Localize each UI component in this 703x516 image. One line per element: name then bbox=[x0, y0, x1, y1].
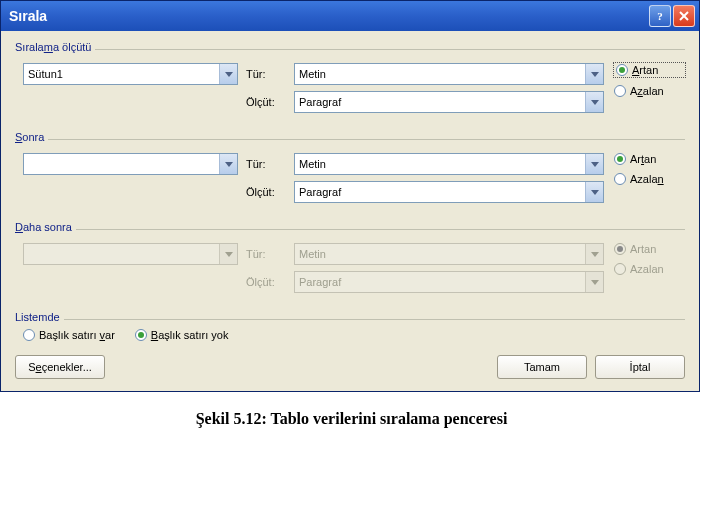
thenmore-column-combo bbox=[23, 243, 238, 265]
chevron-down-icon bbox=[585, 92, 603, 112]
then-desc-radio[interactable]: Azalan bbox=[614, 173, 685, 185]
criteria-measure-label: Ölçüt: bbox=[246, 96, 294, 108]
thenmore-type-value: Metin bbox=[299, 248, 585, 260]
criteria-asc-radio[interactable]: Artan bbox=[614, 63, 685, 77]
options-button-label: Seçenekler... bbox=[28, 361, 92, 373]
cancel-button-label: İptal bbox=[630, 361, 651, 373]
criteria-type-value: Metin bbox=[299, 68, 585, 80]
then-type-label: Tür: bbox=[246, 158, 294, 170]
then-asc-radio[interactable]: Artan bbox=[614, 153, 685, 165]
then-measure-value: Paragraf bbox=[299, 186, 585, 198]
button-row: Seçenekler... Tamam İptal bbox=[15, 355, 685, 379]
criteria-desc-label: Azalan bbox=[630, 85, 664, 97]
then-desc-label: Azalan bbox=[630, 173, 664, 185]
legend-then: Sonra bbox=[15, 131, 48, 143]
then-column-combo[interactable] bbox=[23, 153, 238, 175]
legend-criteria: Sıralama ölçütü bbox=[15, 41, 95, 53]
fieldset-then: Sonra Tür: bbox=[15, 131, 685, 213]
chevron-down-icon bbox=[585, 64, 603, 84]
criteria-desc-radio[interactable]: Azalan bbox=[614, 85, 685, 97]
chevron-down-icon bbox=[219, 154, 237, 174]
sort-dialog: Sırala ? Sıralama ölçütü bbox=[0, 0, 700, 392]
titlebar-buttons: ? bbox=[649, 5, 695, 27]
options-button[interactable]: Seçenekler... bbox=[15, 355, 105, 379]
help-icon: ? bbox=[654, 10, 666, 22]
then-asc-label: Artan bbox=[630, 153, 656, 165]
thenmore-desc-label: Azalan bbox=[630, 263, 664, 275]
chevron-down-icon bbox=[585, 244, 603, 264]
criteria-type-combo[interactable]: Metin bbox=[294, 63, 604, 85]
criteria-asc-label: Artan bbox=[632, 64, 658, 76]
criteria-measure-value: Paragraf bbox=[299, 96, 585, 108]
then-type-value: Metin bbox=[299, 158, 585, 170]
chevron-down-icon bbox=[585, 272, 603, 292]
thenmore-type-combo: Metin bbox=[294, 243, 604, 265]
criteria-measure-combo[interactable]: Paragraf bbox=[294, 91, 604, 113]
has-header-label: Başlık satırı var bbox=[39, 329, 115, 341]
cancel-button[interactable]: İptal bbox=[595, 355, 685, 379]
fieldset-thenmore: Daha sonra Tür: bbox=[15, 221, 685, 303]
fieldset-criteria: Sıralama ölçütü Sütun1 bbox=[15, 41, 685, 123]
figure-caption: Şekil 5.12: Tablo verilerini sıralama pe… bbox=[0, 410, 703, 428]
thenmore-type-label: Tür: bbox=[246, 248, 294, 260]
criteria-type-label: Tür: bbox=[246, 68, 294, 80]
thenmore-desc-radio: Azalan bbox=[614, 263, 685, 275]
criteria-column-value: Sütun1 bbox=[28, 68, 219, 80]
has-header-radio[interactable]: Başlık satırı var bbox=[23, 329, 115, 341]
chevron-down-icon bbox=[219, 244, 237, 264]
close-button[interactable] bbox=[673, 5, 695, 27]
chevron-down-icon bbox=[585, 154, 603, 174]
then-measure-label: Ölçüt: bbox=[246, 186, 294, 198]
ok-button-label: Tamam bbox=[524, 361, 560, 373]
then-measure-combo[interactable]: Paragraf bbox=[294, 181, 604, 203]
then-type-combo[interactable]: Metin bbox=[294, 153, 604, 175]
window-title: Sırala bbox=[9, 8, 47, 24]
ok-button[interactable]: Tamam bbox=[497, 355, 587, 379]
chevron-down-icon bbox=[219, 64, 237, 84]
close-icon bbox=[678, 10, 690, 22]
thenmore-measure-value: Paragraf bbox=[299, 276, 585, 288]
help-button[interactable]: ? bbox=[649, 5, 671, 27]
svg-text:?: ? bbox=[657, 10, 663, 22]
no-header-label: Başlık satırı yok bbox=[151, 329, 229, 341]
thenmore-asc-label: Artan bbox=[630, 243, 656, 255]
chevron-down-icon bbox=[585, 182, 603, 202]
criteria-column-combo[interactable]: Sütun1 bbox=[23, 63, 238, 85]
fieldset-listemde: Listemde Başlık satırı var Başlık satırı… bbox=[15, 311, 685, 345]
thenmore-measure-combo: Paragraf bbox=[294, 271, 604, 293]
legend-thenmore: Daha sonra bbox=[15, 221, 76, 233]
no-header-radio[interactable]: Başlık satırı yok bbox=[135, 329, 229, 341]
thenmore-asc-radio: Artan bbox=[614, 243, 685, 255]
legend-listemde: Listemde bbox=[15, 311, 64, 323]
thenmore-measure-label: Ölçüt: bbox=[246, 276, 294, 288]
titlebar: Sırala ? bbox=[1, 1, 699, 31]
